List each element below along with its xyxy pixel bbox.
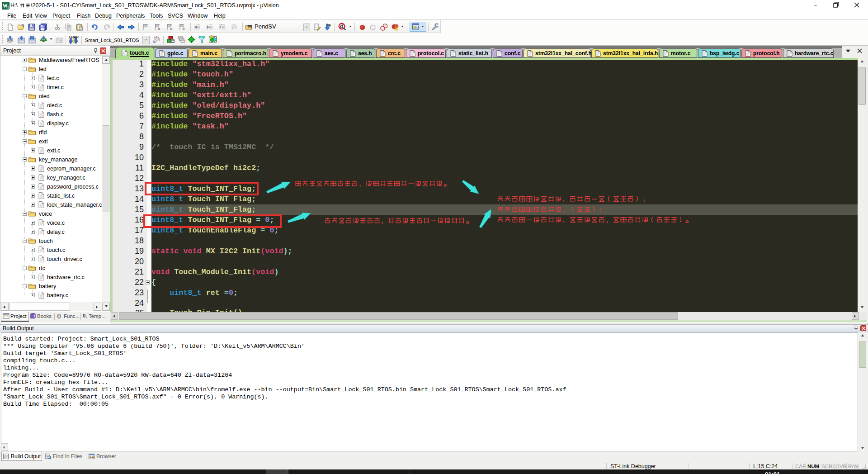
svg-text:5: 5 (7, 6, 9, 9)
svg-text:?: ? (33, 314, 35, 318)
svg-text:d: d (340, 24, 343, 29)
